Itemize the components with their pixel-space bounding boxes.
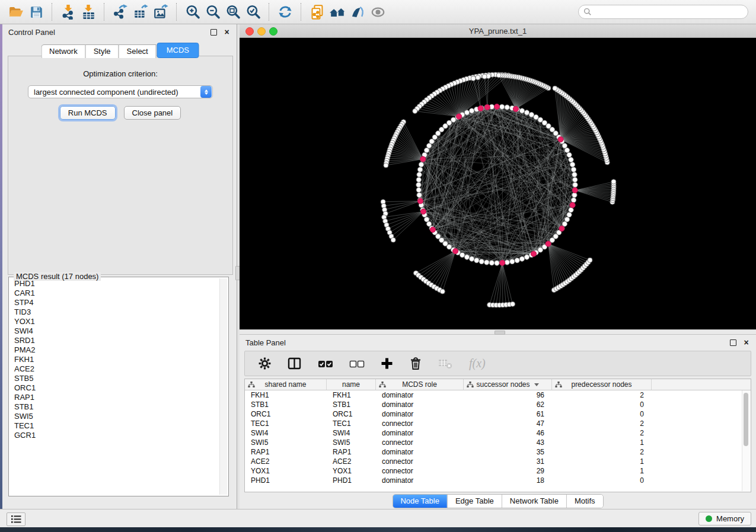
mcds-result-item[interactable]: SRD1 [10,336,219,345]
table-scrollbar-thumb[interactable] [744,393,748,446]
mcds-result-item[interactable]: STP4 [10,298,219,307]
float-panel-icon[interactable] [210,28,218,36]
network-window-titlebar[interactable]: YPA_prune.txt_1 [240,24,756,38]
run-mcds-button[interactable]: Run MCDS [60,106,116,120]
float-table-panel-icon[interactable] [729,339,737,347]
close-panel-button[interactable]: Close panel [124,106,181,120]
tab-style[interactable]: Style [85,44,119,58]
tab-motifs[interactable]: Motifs [566,495,603,508]
table-row[interactable]: PHD1PHD1dominator180 [245,476,751,485]
search-box[interactable] [578,5,748,19]
delete-column-icon[interactable] [409,357,422,370]
mcds-list-scrollbar[interactable] [219,278,227,495]
show-columns-icon[interactable] [288,357,302,370]
save-session-icon[interactable] [26,3,46,21]
zoom-selected-icon[interactable] [243,3,263,21]
column-header-successor-nodes[interactable]: successor nodes [464,379,552,390]
table-cell: 2 [552,390,652,400]
close-window-icon[interactable] [245,27,254,36]
mcds-result-item[interactable]: STB1 [10,402,219,412]
mcds-result-item[interactable]: ACE2 [10,364,219,374]
table-row[interactable]: SWI4SWI4dominator462 [245,428,751,438]
table-cell: 29 [464,466,552,476]
open-file-icon[interactable] [6,3,26,21]
table-cell: RAP1 [327,447,376,457]
mcds-result-item[interactable]: SWI4 [10,326,219,336]
add-column-icon[interactable] [381,357,393,370]
deselect-all-icon[interactable] [349,358,365,370]
close-table-panel-icon[interactable]: × [742,339,750,347]
horizontal-splitter-grip[interactable] [495,331,505,335]
zoom-fit-icon[interactable] [223,3,243,21]
column-header-predecessor-nodes[interactable]: predecessor nodes [552,379,652,390]
mcds-result-item[interactable]: STB5 [10,374,219,383]
network-canvas[interactable] [240,38,756,329]
table-scrollbar[interactable] [742,390,750,491]
maximize-window-icon[interactable] [269,27,277,36]
table-cell: 0 [552,409,652,419]
table-row[interactable]: TEC1TEC1connector472 [245,419,751,428]
column-header-MCDS-role[interactable]: MCDS role [376,379,464,390]
column-header-shared-name[interactable]: shared name [245,379,327,390]
table-type-tabs: Node TableEdge TableNetwork TableMotifs [392,494,603,508]
table-row[interactable]: FKH1FKH1dominator962 [245,390,751,400]
show-hide-eye-icon [368,3,388,21]
mcds-result-item[interactable]: GCR1 [10,431,219,440]
export-table-icon[interactable] [130,3,151,21]
memory-button[interactable]: Memory [698,512,751,525]
task-history-button[interactable] [7,512,25,526]
table-row[interactable]: RAP1RAP1dominator352 [245,447,751,457]
criterion-select[interactable]: largest connected component (undirected) [28,85,213,98]
column-header-name[interactable]: name [327,379,376,390]
table-cell: PHD1 [245,476,327,485]
zoom-out-icon[interactable] [203,3,223,21]
tab-network-table[interactable]: Network Table [502,495,566,508]
table-row[interactable]: STB1STB1dominator620 [245,400,751,409]
table-panel: Table Panel × [240,335,756,509]
tab-network[interactable]: Network [41,44,86,58]
select-all-icon[interactable] [318,358,333,370]
table-cell: RAP1 [245,447,327,457]
graphics-details-icon[interactable] [347,3,368,21]
mcds-result-item[interactable]: YOX1 [10,317,219,326]
tab-edge-table[interactable]: Edge Table [447,495,502,508]
tab-mcds[interactable]: MCDS [157,43,199,58]
table-options-gear-icon[interactable] [258,357,272,370]
table-row[interactable]: ACE2ACE2connector311 [245,457,751,466]
new-network-from-selection-icon[interactable] [307,3,327,21]
tree-icon [555,382,562,388]
export-network-icon[interactable] [110,3,130,21]
table-cell: 1 [552,466,652,476]
table-row[interactable]: SWI5SWI5connector431 [245,438,751,447]
import-network-icon[interactable] [58,3,78,21]
mcds-result-item[interactable]: TEC1 [10,421,219,431]
tab-select[interactable]: Select [119,44,157,58]
import-table-icon[interactable] [78,3,98,21]
first-neighbors-icon[interactable] [327,3,347,21]
zoom-in-icon[interactable] [183,3,203,21]
mcds-result-item[interactable]: SWI5 [10,412,219,421]
mcds-result-item[interactable]: FKH1 [10,355,219,364]
table-cell: YOX1 [327,466,376,476]
mcds-result-list[interactable]: PHD1CAR1STP4TID3YOX1SWI4SRD1PMA2FKH1ACE2… [10,279,219,495]
sort-desc-icon [534,383,539,386]
mcds-result-item[interactable]: TID3 [10,307,219,317]
horizontal-splitter[interactable] [240,329,756,335]
mcds-result-item[interactable]: PMA2 [10,345,219,355]
export-image-icon[interactable] [151,3,171,21]
main-toolbar [0,0,756,24]
apply-layout-icon[interactable] [275,3,295,21]
mcds-result-item[interactable]: RAP1 [10,393,219,402]
network-window-title: YPA_prune.txt_1 [469,27,527,36]
optimization-criterion-label: Optimization criterion: [8,69,232,78]
table-row[interactable]: ORC1ORC1dominator610 [245,409,751,419]
network-graph[interactable] [240,38,756,329]
minimize-window-icon[interactable] [257,27,266,36]
search-input[interactable] [592,7,748,17]
mcds-result-item[interactable]: CAR1 [10,289,219,298]
mcds-result-item[interactable]: ORC1 [10,383,219,393]
mcds-result-item[interactable]: PHD1 [10,279,219,289]
close-panel-icon[interactable]: × [223,28,231,36]
tab-node-table[interactable]: Node Table [393,495,447,508]
table-row[interactable]: YOX1YOX1connector291 [245,466,751,476]
